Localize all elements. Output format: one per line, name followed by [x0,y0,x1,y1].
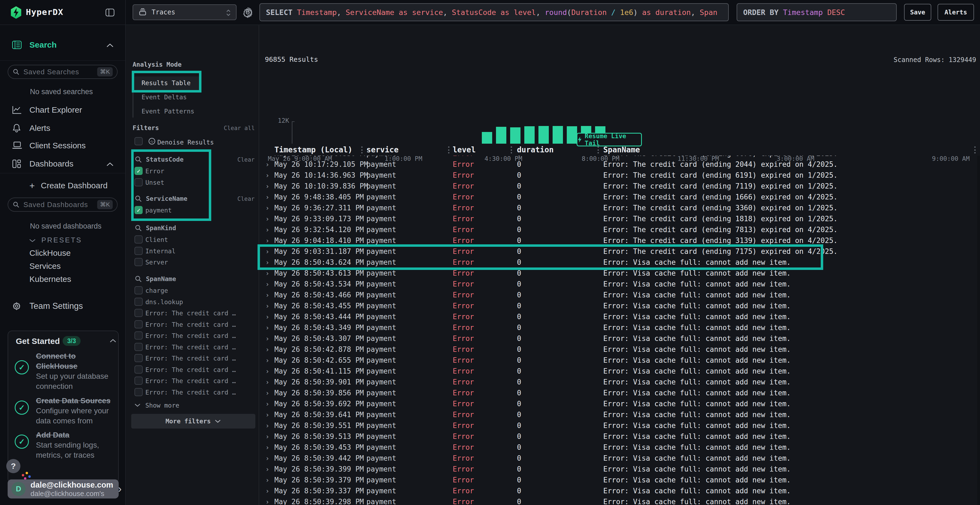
facet-value-label[interactable]: Unset [145,179,164,186]
row-expand-chevron[interactable]: › [266,487,269,495]
facet-checkbox-error-the-credit-card-[interactable] [134,309,143,317]
table-row[interactable]: ›May 26 8:50:43.466 PMpaymentError0Error… [259,289,980,300]
row-expand-chevron[interactable]: › [266,357,269,364]
facet-value-label[interactable]: dns.lookup [145,299,183,306]
facet-search-icon[interactable] [134,275,142,283]
row-expand-chevron[interactable]: › [266,291,269,299]
col-header-service[interactable]: service [366,145,399,154]
row-expand-chevron[interactable]: › [266,313,269,321]
saved-dashboards-input[interactable]: Saved Dashboards ⌘K [8,197,118,212]
facet-checkbox-error-the-credit-card-[interactable] [134,365,143,373]
row-expand-chevron[interactable]: › [266,400,269,408]
more-filters-button[interactable]: More filters [131,414,255,429]
chevron-up-icon[interactable] [106,162,114,167]
table-row[interactable]: ›May 26 9:33:09.173 PMpaymentError0Error… [259,213,980,224]
facet-value-label[interactable]: Error: The credit card … [145,310,236,317]
facet-checkbox-error-the-credit-card-[interactable] [134,332,143,340]
facet-checkbox-error-the-credit-card-[interactable] [134,354,143,362]
facet-value-label[interactable]: Error: The credit card … [145,332,236,339]
row-expand-chevron[interactable]: › [266,368,269,375]
table-row[interactable]: ›May 26 9:36:27.311 PMpaymentError0Error… [259,202,980,213]
facet-value-label[interactable]: Error: The credit card … [145,366,236,373]
facet-checkbox-dns-lookup[interactable] [134,298,143,306]
table-row[interactable]: ›May 26 10:10:39.836 PMpaymentError0Erro… [259,181,980,192]
facet-search-icon[interactable] [134,156,142,163]
table-row[interactable]: ›May 26 8:50:39.641 PMpaymentError0Error… [259,409,980,420]
facet-checkbox-error-the-credit-card-[interactable] [134,320,143,329]
source-settings-gear-icon[interactable] [242,7,253,18]
table-row[interactable]: ›May 26 8:50:43.624 PMpaymentError0Error… [259,257,980,268]
table-row[interactable]: ›May 26 8:50:42.655 PMpaymentError0Error… [259,355,980,366]
table-row[interactable]: ›May 26 8:50:39.379 PMpaymentError0Error… [259,475,980,485]
table-row[interactable]: ›May 26 8:50:39.399 PMpaymentError0Error… [259,464,980,475]
alerts-button[interactable]: Alerts [937,4,974,21]
facet-value-label[interactable]: Error: The credit card … [145,321,236,328]
row-expand-chevron[interactable]: › [266,498,269,505]
row-expand-chevron[interactable]: › [266,248,269,256]
row-expand-chevron[interactable]: › [266,161,269,168]
order-by-editor[interactable]: ORDER BY Timestamp DESC [737,3,897,21]
help-button[interactable]: ? [6,459,21,473]
chevron-up-icon[interactable] [110,339,116,343]
row-expand-chevron[interactable]: › [266,444,269,451]
col-header-level[interactable]: level [453,145,476,154]
facet-checkbox-charge[interactable] [134,286,143,294]
table-row[interactable]: ›May 26 8:50:43.349 PMpaymentError0Error… [259,322,980,333]
show-more-button[interactable]: Show more [145,402,180,409]
facet-value-label[interactable]: payment [145,207,172,214]
facet-checkbox-error[interactable]: ✓ [134,167,143,175]
row-expand-chevron[interactable]: › [266,476,269,484]
column-resize-handle[interactable] [448,146,449,154]
sidebar-item-search[interactable]: Search [0,39,126,51]
table-row[interactable]: ›May 26 9:48:38.405 PMpaymentError0Error… [259,192,980,202]
facet-checkbox-error-the-credit-card-[interactable] [134,388,143,396]
sidebar-item-services[interactable]: Services [0,260,126,272]
row-expand-chevron[interactable]: › [266,204,269,212]
column-resize-handle[interactable] [974,146,976,154]
analysis-mode-results-table[interactable]: Results Table [142,79,191,87]
row-expand-chevron[interactable]: › [266,389,269,397]
table-row[interactable]: ›May 26 8:50:41.115 PMpaymentError0Error… [259,366,980,376]
table-row[interactable]: ›May 26 10:14:36.963 PMpaymentError0Erro… [259,170,980,181]
row-expand-chevron[interactable]: › [266,411,269,419]
analysis-mode-event-deltas[interactable]: Event Deltas [142,94,187,101]
table-row[interactable]: ›May 26 8:50:39.298 PMpaymentError0Error… [259,496,980,505]
row-expand-chevron[interactable]: › [266,215,269,223]
sidebar-item-create-dashboard[interactable]: + Create Dashboard [0,179,126,192]
row-expand-chevron[interactable]: › [266,194,269,201]
row-expand-chevron[interactable]: › [266,346,269,353]
denoise-checkbox[interactable] [134,137,143,145]
facet-value-label[interactable]: Error: The credit card … [145,377,236,384]
row-expand-chevron[interactable]: › [266,422,269,430]
column-resize-handle[interactable] [361,146,363,154]
sidebar-item-dashboards[interactable]: Dashboards [0,158,126,170]
facet-checkbox-client[interactable] [134,235,143,243]
table-row[interactable]: ›May 26 8:50:43.444 PMpaymentError0Error… [259,311,980,322]
facet-checkbox-error-the-credit-card-[interactable] [134,343,143,351]
facet-value-label[interactable]: charge [145,287,168,294]
row-expand-chevron[interactable]: › [266,433,269,440]
row-expand-chevron[interactable]: › [266,237,269,245]
facet-value-label[interactable]: Error: The credit card … [145,355,236,362]
sidebar-collapse-icon[interactable] [105,8,115,17]
facet-clear-button[interactable]: Clear [237,156,255,163]
col-header-duration[interactable]: duration [517,145,554,154]
sidebar-item-alerts[interactable]: Alerts [0,122,126,134]
column-resize-handle[interactable] [511,146,512,154]
source-select[interactable]: Traces [132,4,237,20]
facet-checkbox-error-the-credit-card-[interactable] [134,376,143,385]
facet-checkbox-server[interactable] [134,258,143,266]
facet-checkbox-payment[interactable]: ✓ [134,206,143,214]
user-profile-card[interactable]: D dale@clickhouse.com dale@clickhouse.co… [8,480,119,499]
row-expand-chevron[interactable]: › [266,183,269,190]
facet-value-label[interactable]: Error: The credit card … [145,389,236,396]
row-expand-chevron[interactable]: › [266,281,269,288]
chevron-up-icon[interactable] [106,43,114,48]
row-expand-chevron[interactable]: › [266,172,269,179]
facet-value-label[interactable]: Client [145,236,168,243]
table-row[interactable]: ›May 26 8:50:39.513 PMpaymentError0Error… [259,431,980,442]
save-button[interactable]: Save [904,4,931,21]
row-expand-chevron[interactable]: › [266,455,269,462]
table-row[interactable]: ›May 26 8:50:39.856 PMpaymentError0Error… [259,387,980,399]
sidebar-item-clickhouse[interactable]: ClickHouse [0,247,126,259]
